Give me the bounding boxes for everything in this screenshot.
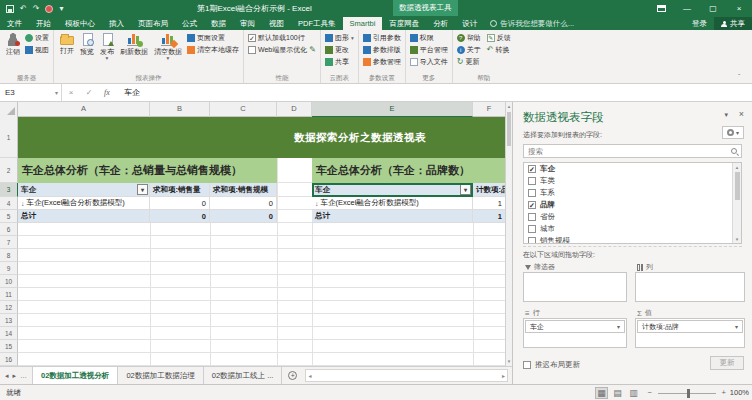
tab-pdf-tools[interactable]: PDF工具集 xyxy=(291,17,343,30)
column-header-d[interactable]: D xyxy=(277,102,312,117)
field-item-carmaker[interactable]: ✓车企 xyxy=(524,163,741,175)
page-setup-button[interactable]: 页面设置 xyxy=(187,32,239,44)
tab-analyze[interactable]: 分析 xyxy=(426,17,455,30)
convert-button[interactable]: ↶转换 xyxy=(487,45,510,55)
vertical-scrollbar[interactable]: ▴ ▾ xyxy=(505,102,512,366)
pill-dropdown-icon[interactable]: ▾ xyxy=(617,323,620,330)
chart-button[interactable]: 图形▾ xyxy=(325,32,354,44)
row-header-1[interactable]: 1 xyxy=(0,117,18,158)
sheet-tab-pivot-analysis[interactable]: 02数据加工透视分析 xyxy=(32,367,118,384)
tab-data[interactable]: 数据 xyxy=(204,17,233,30)
column-header-f[interactable]: F xyxy=(473,102,505,117)
zoom-percent[interactable]: 100% xyxy=(730,388,749,397)
left-pivot-total-value[interactable]: 0 xyxy=(210,210,277,223)
update-button[interactable]: 更新 xyxy=(710,356,744,370)
left-pivot-value-cell[interactable]: 0 xyxy=(210,197,277,210)
page-layout-view-button[interactable]: ▤ xyxy=(611,387,624,399)
field-item-cartype[interactable]: 车类 xyxy=(524,175,741,187)
defer-layout-checkbox[interactable]: 推迟布局更新 xyxy=(523,360,580,370)
field-item-carseries[interactable]: 车系 xyxy=(524,187,741,199)
row-header-6[interactable]: 6 xyxy=(0,223,18,236)
row-header-3[interactable]: 3 xyxy=(0,183,18,197)
worksheet-grid[interactable]: A B C D E F 1 2 3 4 5 6 7 8 9 10 11 12 1… xyxy=(0,102,505,366)
zoom-in-button[interactable]: + xyxy=(722,388,726,397)
zoom-slider-thumb[interactable] xyxy=(687,389,690,398)
undo-icon[interactable]: ↶ xyxy=(20,4,27,14)
ribbon-display-options-button[interactable] xyxy=(648,0,674,17)
column-header-e[interactable]: E xyxy=(312,102,473,117)
tab-formulas[interactable]: 公式 xyxy=(175,17,204,30)
import-file-button[interactable]: 导入文件 xyxy=(410,56,448,68)
settings-button[interactable]: 设置 xyxy=(25,32,49,44)
publish-dropdown-icon[interactable]: ▾ xyxy=(106,56,109,60)
collapse-ribbon-icon[interactable]: ˆ xyxy=(738,74,744,80)
right-pivot-value-cell[interactable]: 1 xyxy=(473,197,505,210)
feedback-button[interactable]: ✎反馈 xyxy=(487,33,511,43)
expand-arrow-icon[interactable]: ↓ xyxy=(315,200,319,207)
checkbox-icon[interactable] xyxy=(528,225,536,233)
row-header-5[interactable]: 5 xyxy=(0,210,18,223)
vertical-scroll-thumb[interactable] xyxy=(507,112,511,146)
platform-manage-button[interactable]: 平台管理 xyxy=(410,44,448,56)
load-100-checkbox[interactable]: ✓默认加载100行 xyxy=(248,32,316,44)
right-table-caption-cell[interactable]: 车企总体分析（车企：品牌数） xyxy=(312,158,505,183)
row-header-13[interactable]: 13 xyxy=(0,314,18,327)
clear-data-button[interactable]: 清空数据 ▾ xyxy=(152,32,184,61)
redo-icon[interactable]: ↷ xyxy=(33,4,40,14)
qat-dropdown-icon[interactable]: ▾ xyxy=(59,4,63,14)
filter-dropdown-icon[interactable]: ▾ xyxy=(460,184,471,195)
permission-button[interactable]: 权限 xyxy=(410,32,448,44)
columns-area-box[interactable] xyxy=(635,272,745,302)
open-button[interactable]: 打开 xyxy=(58,32,76,56)
pencil-icon[interactable]: ✎ xyxy=(309,46,316,54)
clear-dropdown-icon[interactable]: ▾ xyxy=(167,56,170,60)
update-button[interactable]: ↻更新 xyxy=(457,56,511,68)
row-header-8[interactable]: 8 xyxy=(0,249,18,262)
right-pivot-row-label[interactable]: ↓车企(Excel融合分析数据模型) xyxy=(312,197,473,210)
field-search-box[interactable] xyxy=(523,144,742,158)
maximize-button[interactable]: ▢ xyxy=(700,0,726,17)
scroll-down-icon[interactable]: ▾ xyxy=(733,235,741,243)
filter-dropdown-icon[interactable]: ▾ xyxy=(137,184,148,195)
help-button[interactable]: ?帮助 xyxy=(457,33,481,43)
values-field-pill[interactable]: 计数项:品牌▾ xyxy=(637,320,743,333)
left-pivot-header-carmaker[interactable]: 车企 ▾ xyxy=(18,183,150,197)
name-box-dropdown-icon[interactable]: ▾ xyxy=(55,89,58,96)
left-pivot-row-label[interactable]: ↓车企(Excel融合分析数据模型) xyxy=(18,197,150,210)
row-header-10[interactable]: 10 xyxy=(0,275,18,288)
hscroll-left-icon[interactable]: ◂ xyxy=(306,372,313,379)
filters-area-box[interactable] xyxy=(523,272,627,302)
clear-cache-button[interactable]: 清空本地缓存 xyxy=(187,44,239,56)
field-search-input[interactable] xyxy=(528,147,731,156)
checkbox-checked-icon[interactable]: ✓ xyxy=(528,201,536,209)
tab-baidu-netdisk[interactable]: 百度网盘 xyxy=(382,17,426,30)
right-pivot-total-value[interactable]: 1 xyxy=(473,210,505,223)
column-header-c[interactable]: C xyxy=(210,102,277,117)
sheet-nav-left-icon[interactable]: ◂ xyxy=(5,372,9,380)
pane-options-dropdown-icon[interactable]: ▾ xyxy=(724,111,728,119)
tab-page-layout[interactable]: 页面布局 xyxy=(131,17,175,30)
select-all-corner[interactable] xyxy=(0,102,18,117)
field-item-sales-scale[interactable]: 销售规模 xyxy=(524,235,741,244)
formula-input[interactable]: 车企 xyxy=(116,84,752,101)
publish-button[interactable]: 发布 ▾ xyxy=(98,32,116,61)
change-button[interactable]: 更改 xyxy=(325,44,354,56)
insert-function-icon[interactable]: fx xyxy=(98,84,116,101)
save-icon[interactable] xyxy=(6,5,14,13)
left-pivot-header-sales-scale[interactable]: 求和项:销售规模 xyxy=(210,183,277,197)
logout-button[interactable]: 注销 xyxy=(4,32,22,57)
left-pivot-header-sales-qty[interactable]: 求和项:销售量 xyxy=(150,183,210,197)
fields-options-button[interactable]: ▾ xyxy=(722,126,744,139)
new-sheet-button[interactable]: + xyxy=(282,367,303,384)
row-header-11[interactable]: 11 xyxy=(0,288,18,301)
row-header-15[interactable]: 15 xyxy=(0,340,18,353)
chart-dropdown-icon[interactable]: ▾ xyxy=(351,36,354,40)
sheet-tab-online[interactable]: 02数据加工线上 ... xyxy=(204,367,283,384)
sheet-nav-right-icon[interactable]: ▸ xyxy=(13,372,17,380)
report-banner-cell[interactable]: 数据探索分析之数据透视表 xyxy=(18,117,505,158)
pill-dropdown-icon[interactable]: ▾ xyxy=(735,323,738,330)
row-header-12[interactable]: 12 xyxy=(0,301,18,314)
zoom-out-button[interactable]: − xyxy=(648,388,652,397)
right-pivot-total-label[interactable]: 总计 xyxy=(312,210,473,223)
cloud-share-button[interactable]: 共享 xyxy=(325,56,354,68)
